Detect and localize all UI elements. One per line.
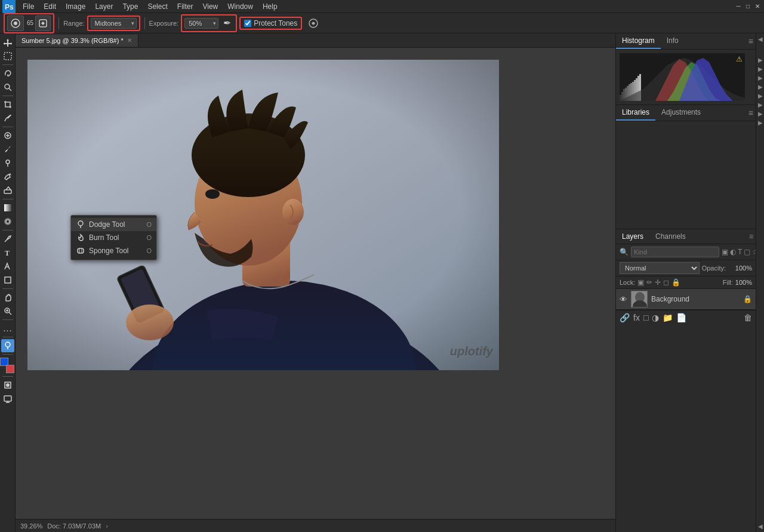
close-button[interactable]: ✕ [753, 2, 762, 11]
sidebar-icon-1[interactable]: ▶ [758, 57, 763, 63]
histogram-panel-options[interactable]: ≡ [748, 36, 756, 46]
background-color[interactable] [6, 365, 14, 373]
canvas-container: Dodge Tool O Burn Tool O S [16, 48, 615, 519]
gradient-tool[interactable] [1, 201, 14, 214]
text-tool[interactable]: T [1, 246, 14, 259]
layer-background[interactable]: 👁 Background 🔒 [616, 289, 756, 310]
lasso-tool[interactable] [1, 67, 14, 80]
eyedropper-tool[interactable] [1, 112, 14, 125]
brush-preset-picker[interactable] [7, 16, 24, 31]
pressure-button[interactable] [307, 17, 320, 30]
lock-transparency-icon[interactable]: ▣ [637, 278, 644, 287]
libraries-panel-options[interactable]: ≡ [748, 108, 756, 118]
status-arrow[interactable]: › [106, 522, 108, 530]
document-tab[interactable]: Sumber 5.jpg @ 39.3% (RGB/8#) * ✕ [16, 35, 138, 47]
sidebar-icon-8[interactable]: ▶ [758, 119, 763, 126]
doc-info: Doc: 7.03M/7.03M [47, 522, 101, 530]
blend-mode-dropdown[interactable]: Normal Multiply Screen Overlay [620, 262, 700, 274]
sidebar-icon-3[interactable]: ▶ [758, 75, 763, 81]
layers-panel-options[interactable]: ≡ [749, 232, 756, 241]
toolbar: 65 Range: Midtones Shadows Highlights Ex… [0, 13, 764, 33]
range-dropdown[interactable]: Midtones Shadows Highlights [91, 18, 137, 29]
menu-file[interactable]: File [18, 1, 39, 12]
extra-tools[interactable]: … [1, 322, 14, 335]
collapse-bottom[interactable]: ◀ [758, 523, 763, 530]
layer-style-icon[interactable]: fx [633, 313, 640, 322]
menu-type[interactable]: Type [118, 1, 143, 12]
tab-close-button[interactable]: ✕ [127, 37, 132, 44]
sidebar-icon-6[interactable]: ▶ [758, 102, 763, 108]
blur-tool[interactable] [1, 215, 14, 228]
quick-mask-button[interactable] [1, 379, 14, 392]
path-select-tool[interactable] [1, 260, 14, 273]
filter-shape-icon[interactable]: ▢ [744, 248, 750, 256]
tab-libraries[interactable]: Libraries [616, 105, 655, 121]
marquee-tool[interactable] [1, 50, 14, 63]
airbrush-button[interactable]: ✒ [220, 17, 233, 30]
main-area: T … [0, 33, 764, 532]
filter-adjustment-icon[interactable]: ◐ [730, 248, 736, 256]
delete-layer-icon[interactable]: 🗑 [744, 313, 752, 322]
menu-layer[interactable]: Layer [90, 1, 118, 12]
layer-visibility-icon[interactable]: 👁 [620, 295, 627, 304]
sidebar-icon-2[interactable]: ▶ [758, 66, 763, 72]
filter-pixel-icon[interactable]: ▣ [722, 248, 728, 256]
add-mask-icon[interactable]: □ [643, 313, 648, 322]
popup-burn-tool[interactable]: Burn Tool O [71, 231, 156, 244]
tool-sep-2 [2, 96, 13, 96]
exposure-dropdown[interactable]: 50% 25% 75% 100% [184, 18, 218, 29]
sidebar-icon-4[interactable]: ▶ [758, 84, 763, 90]
menu-help[interactable]: Help [258, 1, 282, 12]
move-tool[interactable] [1, 36, 14, 49]
clone-stamp-tool[interactable] [1, 156, 14, 170]
canvas-image[interactable]: Dodge Tool O Burn Tool O S [27, 60, 499, 370]
sidebar-collapse-top[interactable]: ◀ [758, 36, 763, 42]
quick-select-tool[interactable] [1, 81, 14, 94]
history-brush-tool[interactable] [1, 170, 14, 183]
sidebar-icon-5[interactable]: ▶ [758, 93, 763, 99]
lock-artboard-icon[interactable]: ◻ [663, 278, 669, 287]
tab-adjustments[interactable]: Adjustments [655, 105, 707, 121]
shape-tool[interactable] [1, 273, 14, 287]
minimize-button[interactable]: ─ [734, 2, 743, 11]
svg-rect-15 [4, 204, 11, 211]
pen-tool[interactable] [1, 232, 14, 245]
tool-mode-button[interactable] [35, 16, 51, 31]
popup-sponge-tool[interactable]: Sponge Tool O [71, 244, 156, 257]
crop-tool[interactable] [1, 98, 14, 111]
menu-view[interactable]: View [198, 1, 223, 12]
restore-button[interactable]: □ [744, 2, 752, 11]
lock-all-icon[interactable]: 🔒 [671, 278, 680, 287]
menu-image[interactable]: Image [61, 1, 90, 12]
tab-bar: Sumber 5.jpg @ 39.3% (RGB/8#) * ✕ [16, 33, 615, 48]
link-layers-icon[interactable]: 🔗 [620, 313, 630, 322]
menu-window[interactable]: Window [223, 1, 258, 12]
dodge-burn-tool[interactable] [1, 339, 14, 352]
lock-position-icon[interactable]: ✛ [655, 278, 661, 287]
tab-layers[interactable]: Layers [616, 229, 649, 244]
adjustment-layer-icon[interactable]: ◑ [652, 313, 659, 322]
new-layer-icon[interactable]: 📄 [676, 313, 686, 322]
sidebar-icon-7[interactable]: ▶ [758, 110, 763, 117]
hand-tool[interactable] [1, 291, 14, 304]
tab-info[interactable]: Info [661, 33, 685, 49]
layers-search-bar: 🔍 ▣ ◐ T ▢ ☆ [616, 244, 756, 260]
filter-text-icon[interactable]: T [738, 248, 742, 256]
svg-point-25 [5, 342, 10, 347]
eraser-tool[interactable] [1, 184, 14, 197]
window-controls: ─ □ ✕ [734, 2, 762, 11]
zoom-tool[interactable] [1, 305, 14, 318]
menu-select[interactable]: Select [143, 1, 172, 12]
protect-tones-checkbox[interactable] [244, 20, 251, 27]
lock-paint-icon[interactable]: ✏ [646, 278, 652, 287]
heal-tool[interactable] [1, 129, 14, 142]
tab-channels[interactable]: Channels [649, 229, 692, 244]
menu-filter[interactable]: Filter [172, 1, 198, 12]
tab-histogram[interactable]: Histogram [616, 33, 661, 49]
screen-mode-button[interactable] [1, 392, 14, 405]
popup-dodge-tool[interactable]: Dodge Tool O [71, 218, 156, 231]
menu-edit[interactable]: Edit [39, 1, 61, 12]
new-group-icon[interactable]: 📁 [663, 313, 673, 322]
layers-search-input[interactable] [631, 247, 719, 257]
brush-tool[interactable] [1, 143, 14, 156]
